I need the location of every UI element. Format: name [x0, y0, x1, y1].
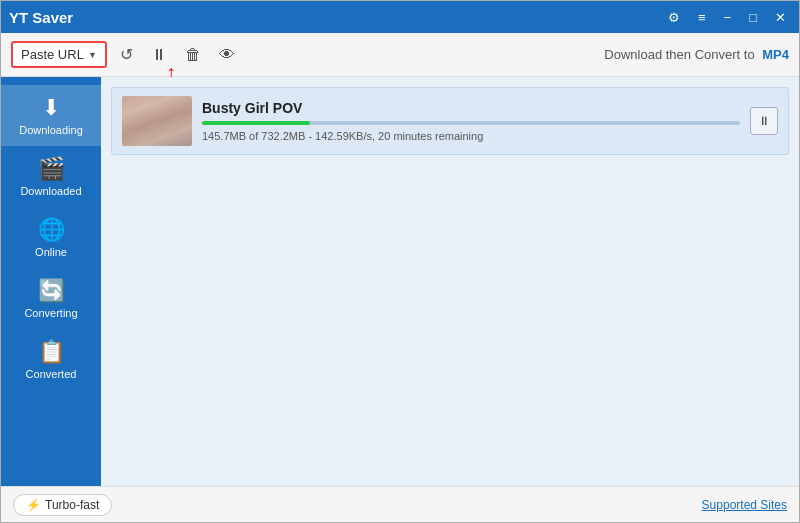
- sidebar-label-downloaded: Downloaded: [20, 185, 81, 197]
- supported-sites-link[interactable]: Supported Sites: [702, 498, 787, 512]
- pause-all-button[interactable]: ⏸: [146, 43, 172, 67]
- sidebar-label-converting: Converting: [24, 307, 77, 319]
- online-icon: 🌐: [38, 217, 65, 243]
- main-area: ⬇ Downloading 🎬 Downloaded 🌐 Online 🔄 Co…: [1, 77, 799, 486]
- download-info: Busty Girl POV 145.7MB of 732.2MB - 142.…: [202, 100, 740, 142]
- convert-label: Download then Convert to: [604, 47, 754, 62]
- menu-button[interactable]: ≡: [693, 8, 711, 27]
- sidebar-label-downloading: Downloading: [19, 124, 83, 136]
- title-bar-controls: ⚙ ≡ − □ ✕: [663, 8, 791, 27]
- progress-bar-container: [202, 121, 740, 125]
- turbo-label: Turbo-fast: [45, 498, 99, 512]
- sidebar-label-converted: Converted: [26, 368, 77, 380]
- close-button[interactable]: ✕: [770, 8, 791, 27]
- maximize-button[interactable]: □: [744, 8, 762, 27]
- lightning-icon: ⚡: [26, 498, 41, 512]
- download-title: Busty Girl POV: [202, 100, 740, 116]
- content-area: Busty Girl POV 145.7MB of 732.2MB - 142.…: [101, 77, 799, 486]
- turbo-fast-button[interactable]: ⚡ Turbo-fast: [13, 494, 112, 516]
- title-bar-left: YT Saver: [9, 9, 73, 26]
- sidebar-item-converting[interactable]: 🔄 Converting: [1, 268, 101, 329]
- undo-button[interactable]: ↺: [115, 42, 138, 67]
- format-link[interactable]: MP4: [762, 47, 789, 62]
- sidebar-item-downloading[interactable]: ⬇ Downloading: [1, 85, 101, 146]
- download-pause-button[interactable]: ⏸: [750, 107, 778, 135]
- downloaded-icon: 🎬: [38, 156, 65, 182]
- minimize-button[interactable]: −: [719, 8, 737, 27]
- sidebar-item-downloaded[interactable]: 🎬 Downloaded: [1, 146, 101, 207]
- progress-bar: [202, 121, 310, 125]
- sidebar: ⬇ Downloading 🎬 Downloaded 🌐 Online 🔄 Co…: [1, 77, 101, 486]
- sidebar-label-online: Online: [35, 246, 67, 258]
- toolbar: Paste URL ▼ ↺ ⏸ 🗑 👁 ↑ Download then Conv…: [1, 33, 799, 77]
- toolbar-left: Paste URL ▼ ↺ ⏸ 🗑 👁: [11, 41, 240, 68]
- sidebar-item-online[interactable]: 🌐 Online: [1, 207, 101, 268]
- sidebar-item-converted[interactable]: 📋 Converted: [1, 329, 101, 390]
- app-title: YT Saver: [9, 9, 73, 26]
- dropdown-arrow-icon: ▼: [88, 50, 97, 60]
- converted-icon: 📋: [38, 339, 65, 365]
- converting-icon: 🔄: [38, 278, 65, 304]
- title-bar: YT Saver ⚙ ≡ − □ ✕: [1, 1, 799, 33]
- toolbar-right: Download then Convert to MP4: [604, 47, 789, 62]
- download-status: 145.7MB of 732.2MB - 142.59KB/s, 20 minu…: [202, 130, 740, 142]
- bottom-bar: ⚡ Turbo-fast Supported Sites: [1, 486, 799, 522]
- settings-button[interactable]: ⚙: [663, 8, 685, 27]
- download-item: Busty Girl POV 145.7MB of 732.2MB - 142.…: [111, 87, 789, 155]
- paste-url-label: Paste URL: [21, 47, 84, 62]
- paste-url-button[interactable]: Paste URL ▼: [11, 41, 107, 68]
- preview-button[interactable]: 👁: [214, 43, 240, 67]
- thumbnail-image: [122, 96, 192, 146]
- downloading-icon: ⬇: [42, 95, 60, 121]
- delete-button[interactable]: 🗑: [180, 43, 206, 67]
- download-thumbnail: [122, 96, 192, 146]
